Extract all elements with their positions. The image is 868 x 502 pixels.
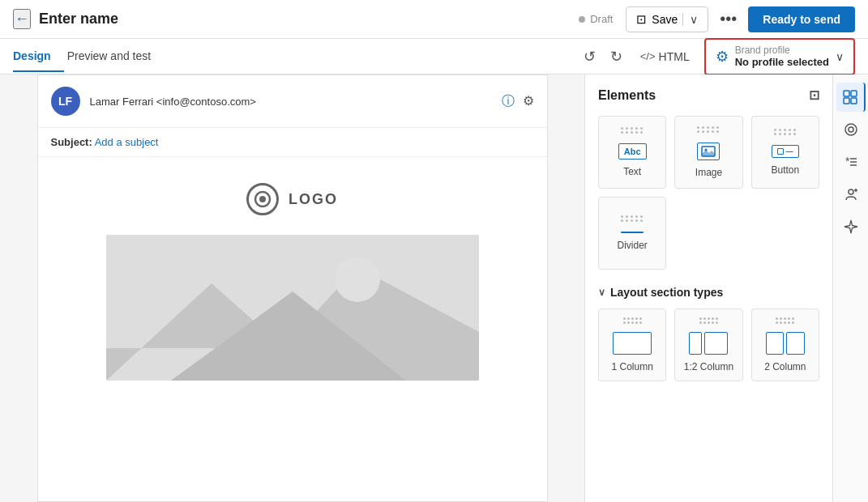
image-element-icon bbox=[697, 143, 720, 160]
svg-point-20 bbox=[849, 189, 853, 194]
html-label: HTML bbox=[659, 50, 690, 63]
elements-grid: Abc Text Ima bbox=[598, 116, 819, 270]
svg-rect-13 bbox=[851, 98, 857, 104]
layout-title: Layout section types bbox=[610, 286, 723, 299]
logo-circle-icon bbox=[254, 190, 272, 208]
svg-rect-10 bbox=[844, 91, 849, 96]
svg-marker-9 bbox=[702, 150, 715, 156]
ready-to-send-button[interactable]: Ready to send bbox=[748, 6, 855, 32]
redo-button[interactable]: ↻ bbox=[607, 45, 626, 69]
more-options-button[interactable]: ••• bbox=[715, 6, 742, 32]
elements-panel-title: Elements bbox=[598, 88, 656, 103]
text-element-icon: Abc bbox=[618, 143, 647, 160]
side-icons: * bbox=[832, 74, 868, 502]
button-element-icon: — bbox=[772, 145, 799, 158]
html-toggle-button[interactable]: </> HTML bbox=[634, 47, 696, 66]
settings-icon[interactable]: ⚙ bbox=[523, 93, 534, 110]
email-card: LF Lamar Ferrari <info@contoso.com> ⓘ ⚙ … bbox=[37, 74, 548, 502]
elements-panel: Elements ⊡ Abc Text bbox=[585, 74, 832, 502]
12col-label: 1:2 Column bbox=[684, 361, 733, 372]
layout-1col[interactable]: 1 Column bbox=[598, 308, 666, 381]
elements-sidebar-icon[interactable] bbox=[836, 83, 866, 112]
svg-rect-12 bbox=[844, 98, 849, 104]
right-panel: Elements ⊡ Abc Text bbox=[584, 74, 868, 502]
element-text[interactable]: Abc Text bbox=[598, 116, 666, 189]
canvas-area: LF Lamar Ferrari <info@contoso.com> ⓘ ⚙ … bbox=[0, 74, 584, 502]
topbar: ← Enter name Draft ⊡ Save ∨ ••• Ready to… bbox=[0, 0, 868, 39]
layout-grid: 1 Column 1:2 Column bbox=[598, 308, 819, 381]
button-dots bbox=[774, 129, 797, 135]
themes-sidebar-icon[interactable] bbox=[836, 115, 866, 144]
text-label: Text bbox=[623, 166, 641, 177]
avatar: LF bbox=[51, 87, 80, 116]
element-button[interactable]: — Button bbox=[751, 116, 819, 189]
section-chevron-icon: ∨ bbox=[598, 287, 605, 298]
divider-label: Divider bbox=[617, 240, 647, 251]
element-divider[interactable]: Divider bbox=[598, 197, 666, 270]
save-button[interactable]: ⊡ Save ∨ bbox=[626, 6, 708, 32]
1col-preview bbox=[613, 332, 652, 355]
brand-profile-button[interactable]: ⚙ Brand profile No profile selected ∨ bbox=[704, 38, 855, 75]
svg-text:*: * bbox=[845, 155, 850, 168]
draft-status: Draft bbox=[579, 13, 613, 25]
subject-value[interactable]: Add a subject bbox=[95, 136, 159, 148]
1col-dots bbox=[623, 317, 642, 324]
brand-profile-label: Brand profile bbox=[735, 45, 829, 56]
header-icons: ⓘ ⚙ bbox=[502, 93, 534, 110]
gear-icon: ⚙ bbox=[716, 48, 729, 66]
image-placeholder bbox=[106, 235, 479, 381]
chevron-down-icon: ∨ bbox=[836, 50, 844, 63]
svg-point-1 bbox=[259, 196, 266, 202]
topbar-actions: ⊡ Save ∨ ••• Ready to send bbox=[626, 6, 855, 32]
draft-dot bbox=[579, 16, 585, 23]
svg-point-14 bbox=[845, 124, 857, 135]
subject-row: Subject: Add a subject bbox=[38, 128, 547, 157]
personalize-sidebar-icon[interactable] bbox=[836, 180, 866, 209]
undo-button[interactable]: ↺ bbox=[580, 45, 599, 69]
2col-dots bbox=[776, 317, 794, 324]
logo-row: LOGO bbox=[246, 183, 338, 215]
panel-layout-icon[interactable]: ⊡ bbox=[809, 87, 819, 103]
tabsbar-actions: ↺ ↻ </> HTML ⚙ Brand profile No profile … bbox=[580, 38, 855, 75]
svg-point-6 bbox=[335, 257, 380, 302]
svg-marker-23 bbox=[844, 220, 857, 233]
back-button[interactable]: ← bbox=[13, 9, 31, 29]
2col-label: 2 Column bbox=[764, 361, 806, 372]
placeholder-image bbox=[106, 235, 479, 381]
divider-element-icon bbox=[619, 232, 645, 233]
divider-dots bbox=[621, 215, 644, 222]
logo-text: LOGO bbox=[289, 191, 338, 208]
button-label: Button bbox=[771, 164, 799, 176]
from-info: Lamar Ferrari <info@contoso.com> bbox=[90, 96, 492, 108]
svg-point-15 bbox=[849, 127, 853, 132]
2col-preview bbox=[766, 332, 805, 355]
save-icon: ⊡ bbox=[636, 12, 647, 27]
text-dots bbox=[621, 127, 644, 134]
svg-rect-11 bbox=[851, 91, 857, 96]
save-label: Save bbox=[652, 13, 678, 26]
brand-profile-value: No profile selected bbox=[735, 56, 829, 69]
tab-preview[interactable]: Preview and test bbox=[67, 41, 165, 72]
12col-dots bbox=[699, 317, 718, 324]
layout-2col[interactable]: 2 Column bbox=[751, 308, 819, 381]
info-icon[interactable]: ⓘ bbox=[502, 93, 515, 110]
logo-icon bbox=[246, 183, 279, 215]
html-code-icon: </> bbox=[640, 50, 656, 62]
image-label: Image bbox=[695, 167, 722, 178]
email-header: LF Lamar Ferrari <info@contoso.com> ⓘ ⚙ bbox=[38, 75, 547, 128]
draft-label: Draft bbox=[590, 13, 613, 25]
subject-label: Subject: bbox=[51, 136, 92, 148]
image-dots bbox=[697, 126, 720, 133]
panel-title: Elements ⊡ bbox=[598, 87, 819, 103]
page-title: Enter name bbox=[39, 11, 579, 28]
layout-section-title[interactable]: ∨ Layout section types bbox=[598, 286, 819, 299]
layout-1-2col[interactable]: 1:2 Column bbox=[674, 308, 742, 381]
1col-label: 1 Column bbox=[611, 361, 652, 372]
save-chevron-icon[interactable]: ∨ bbox=[682, 13, 698, 26]
tab-design[interactable]: Design bbox=[13, 41, 64, 72]
main-content: LF Lamar Ferrari <info@contoso.com> ⓘ ⚙ … bbox=[0, 74, 868, 502]
element-image[interactable]: Image bbox=[674, 116, 742, 189]
brand-profile-info: Brand profile No profile selected bbox=[735, 45, 829, 69]
content-sidebar-icon[interactable]: * bbox=[836, 147, 866, 177]
ai-sidebar-icon[interactable] bbox=[836, 212, 866, 241]
